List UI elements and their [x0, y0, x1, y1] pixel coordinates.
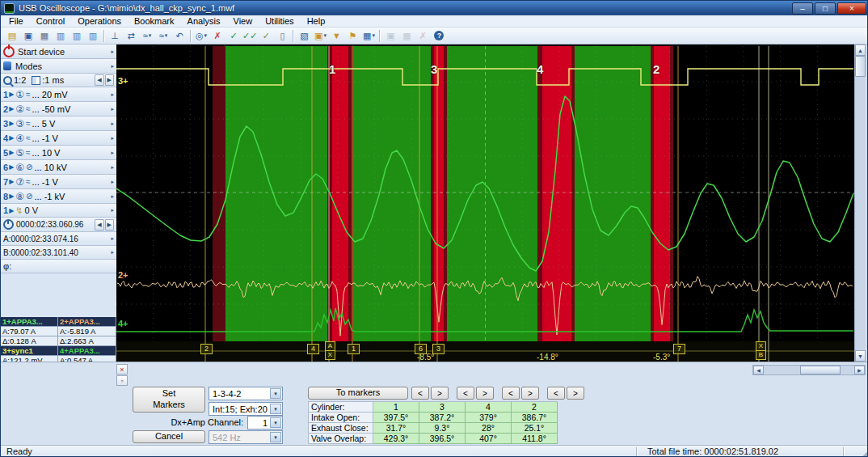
channel-position-tag[interactable]: 2+ — [118, 270, 129, 280]
prev-frame-button[interactable]: ▣ — [383, 28, 398, 43]
copy-data-button[interactable]: ▥ — [86, 28, 100, 43]
channel-8-row[interactable]: 8▶⑧⊘... -1 kV▸ — [1, 189, 116, 204]
channel-7-row[interactable]: 7▶⑦≈... -1 V▸ — [1, 175, 116, 189]
help-button[interactable]: ? — [432, 28, 446, 43]
cancel-button[interactable]: Cancel — [133, 430, 205, 443]
to-markers-button[interactable]: To markers — [308, 387, 408, 400]
time-next-button[interactable]: ▶ — [105, 219, 114, 231]
menu-utilities[interactable]: Utilities — [259, 16, 300, 26]
maximize-button[interactable]: □ — [815, 2, 836, 15]
nav-next-cylinder-1-button[interactable]: > — [431, 387, 449, 400]
scope-marker-4[interactable]: 4 — [307, 344, 319, 354]
verify-button[interactable]: ✓ — [226, 28, 241, 43]
cursor-tool-button[interactable]: ≈▾ — [140, 28, 154, 43]
zoom-sweep-row[interactable]: 1:2 :1 ms ◀ ▶ — [1, 74, 116, 87]
resize-grip[interactable]: ◢ — [862, 450, 868, 457]
channel-4-row[interactable]: 4▶④≈... -1 V▸ — [1, 131, 116, 146]
zoom-fragment-button[interactable]: ◎▾ — [194, 28, 209, 43]
nav-prev-cylinder-4-button[interactable]: < — [547, 387, 565, 400]
scope-display[interactable]: 13423+2+4+241637AXXB-8.5°-14.8°-5.3° — [116, 44, 854, 362]
snapshot-button[interactable]: ▣▾ — [313, 28, 327, 43]
channel-1-row[interactable]: 1▶①≈... 20 mV▸ — [1, 87, 116, 102]
scope-marker-1[interactable]: 1 — [348, 344, 360, 354]
save-file-button[interactable]: ▣ — [21, 28, 36, 43]
phase-row[interactable]: φ: — [1, 260, 116, 273]
set-markers-button[interactable]: Set Markers — [133, 387, 205, 413]
channel-5-row[interactable]: 5▶⑤≈... 10 V▸ — [1, 146, 116, 160]
clear-marks-button[interactable]: ✗ — [210, 28, 225, 43]
copy-fragment-button[interactable]: ▥ — [70, 28, 84, 43]
marker-a-time-row[interactable]: A:0000:02:33.074.16 ▸ — [1, 232, 116, 246]
panel-close-button[interactable]: × — [116, 364, 128, 374]
scope-marker-B[interactable]: B — [756, 350, 766, 360]
menu-help[interactable]: Help — [301, 16, 332, 26]
measurement-header[interactable]: 4+APPA3... — [58, 346, 116, 356]
select-region-button[interactable]: ▧ — [297, 28, 311, 43]
scope-marker-3[interactable]: 3 — [432, 344, 445, 354]
delete-frame-button[interactable]: ✗ — [415, 28, 430, 43]
trigger-row[interactable]: 1 ▶ ↯ 0 V ▸ — [1, 204, 116, 218]
menu-control[interactable]: Control — [30, 16, 71, 26]
modes-button[interactable]: Modes ▸ — [1, 59, 116, 74]
firing-order-select[interactable]: 1-3-4-2 ▾ — [209, 387, 283, 400]
scroll-down-button[interactable]: ▼ — [855, 350, 866, 362]
copy-screen-button[interactable]: ▥ — [53, 28, 68, 43]
channel-6-row[interactable]: 6▶⑥⊘... 10 kV▸ — [1, 160, 116, 175]
scope-vertical-scrollbar[interactable]: ▲ ▼ — [854, 44, 866, 362]
channel-3-row[interactable]: 3▶③≈... 5 V▸ — [1, 116, 116, 131]
scope-marker-X[interactable]: X — [325, 350, 335, 360]
current-time-row[interactable]: 0000:02:33.060.96 ◀ ▶ — [1, 218, 116, 232]
dropdown-arrow-icon[interactable]: ▾ — [270, 417, 281, 428]
minimize-button[interactable]: – — [792, 2, 813, 15]
scope-horizontal-scrollbar[interactable]: ◀ ▶ — [752, 365, 866, 375]
measurement-header[interactable]: 3+sync1 — [1, 346, 58, 356]
marker-b-time-row[interactable]: B:0000:02:33.101.40 ▸ — [1, 246, 116, 260]
next-frame-button[interactable]: ▦ — [399, 28, 414, 43]
marker-tool-button[interactable]: ≈▾ — [156, 28, 171, 43]
nav-prev-cylinder-2-button[interactable]: < — [457, 387, 474, 400]
bookmark-flag-button[interactable]: ⚑ — [345, 28, 360, 43]
sweep-next-button[interactable]: ▶ — [105, 74, 114, 86]
channel-position-tag[interactable]: 3+ — [118, 76, 129, 86]
scroll-left-button[interactable]: ◀ — [753, 366, 764, 374]
dx-amp-channel-select[interactable]: 1 ▾ — [247, 416, 283, 429]
dropdown-arrow-icon[interactable]: ▾ — [270, 388, 281, 399]
nav-next-cylinder-2-button[interactable]: > — [476, 387, 494, 400]
scope-marker-2[interactable]: 2 — [200, 344, 213, 354]
start-device-button[interactable]: Start device ▸ — [1, 44, 116, 59]
measurement-header[interactable]: 2+APPA3... — [58, 317, 116, 327]
table-view-button[interactable]: ▦▾ — [361, 28, 376, 43]
horizontal-scroll-thumb[interactable] — [800, 366, 841, 374]
close-button[interactable]: × — [837, 2, 866, 15]
measurement-header[interactable]: 1+APPA3... — [1, 317, 58, 327]
add-marker-button[interactable]: ▼ — [329, 28, 343, 43]
menu-operations[interactable]: Operations — [71, 16, 128, 26]
channel-position-tag[interactable]: 4+ — [118, 319, 129, 328]
nav-prev-cylinder-1-button[interactable]: < — [411, 387, 429, 400]
measure-tool-button[interactable]: ⊥ — [107, 28, 122, 43]
channel-2-row[interactable]: 2▶②≈... -50 mV▸ — [1, 102, 116, 116]
panel-pin-button[interactable]: ▫ — [116, 375, 128, 386]
intake-exhaust-select[interactable]: Int:15; Exh:20 ▾ — [209, 402, 283, 416]
dropdown-arrow-icon[interactable]: ▾ — [270, 404, 281, 414]
title-bar[interactable]: USB Oscilloscope - G:\mimio\dx_hall_ckp_… — [1, 1, 868, 15]
report-button[interactable]: ▯ — [275, 28, 289, 43]
scope-marker-7[interactable]: 7 — [673, 344, 685, 354]
menu-analysis[interactable]: Analysis — [181, 16, 227, 26]
menu-view[interactable]: View — [227, 16, 259, 26]
menu-bookmark[interactable]: Bookmark — [128, 16, 181, 26]
scroll-up-button[interactable]: ▲ — [855, 44, 866, 56]
sweep-prev-button[interactable]: ◀ — [95, 74, 103, 86]
pan-tool-button[interactable]: ⇄ — [124, 28, 138, 43]
open-file-button[interactable]: ▤ — [5, 28, 19, 43]
verify-all-button[interactable]: ✓✓ — [242, 28, 257, 43]
undo-button[interactable]: ↶ — [172, 28, 187, 43]
menu-file[interactable]: File — [2, 16, 30, 26]
scroll-right-button[interactable]: ▶ — [854, 366, 865, 374]
nav-next-cylinder-4-button[interactable]: > — [567, 387, 584, 400]
nav-next-cylinder-3-button[interactable]: > — [521, 387, 539, 400]
vertical-scroll-thumb[interactable] — [855, 56, 866, 77]
verify-edit-button[interactable]: ✓ — [259, 28, 273, 43]
time-prev-button[interactable]: ◀ — [95, 219, 103, 231]
nav-prev-cylinder-3-button[interactable]: < — [502, 387, 520, 400]
